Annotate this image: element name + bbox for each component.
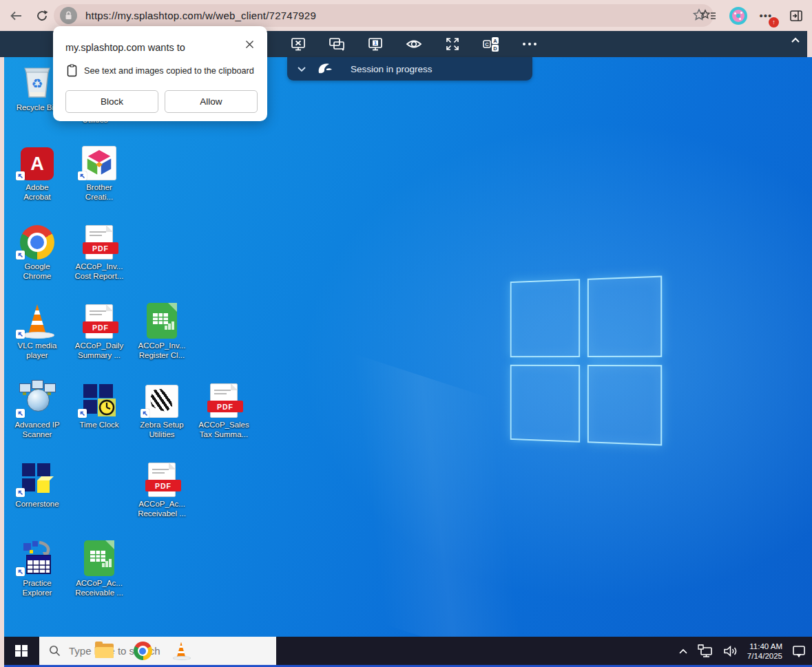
start-button[interactable] <box>4 637 39 665</box>
extension-avatar-icon[interactable] <box>729 7 747 25</box>
svg-text:1: 1 <box>374 40 377 46</box>
desktop-icon-advanced-ip-scanner[interactable]: Advanced IPScanner <box>6 378 68 439</box>
fullscreen-icon <box>444 36 461 52</box>
sidebar-toggle-button[interactable] <box>784 4 808 28</box>
desktop-icon-zebra-setup[interactable]: Zebra SetupUtilities <box>131 378 193 439</box>
desktop-icon-time-clock[interactable]: Time Clock <box>68 378 130 430</box>
icon-label: VLC mediaplayer <box>6 341 68 360</box>
icon-label: ACCoP_Ac...Receivable ... <box>68 578 130 597</box>
split-window-icon <box>789 10 803 22</box>
desktop-icon-pdf-cost-report[interactable]: PDF ACCoP_Inv...Cost Report... <box>68 220 130 281</box>
ctrl-alt-del-button[interactable]: C A D <box>482 35 500 53</box>
cad-keys-icon: C A D <box>482 36 500 52</box>
desktop-icon-google-chrome[interactable]: GoogleChrome <box>6 220 68 281</box>
system-tray: 11:40 AM 7/14/2025 <box>678 637 806 665</box>
close-icon <box>245 40 254 49</box>
speaker-icon <box>723 645 738 657</box>
allow-button[interactable]: Allow <box>165 90 258 113</box>
fullscreen-button[interactable] <box>444 35 461 53</box>
desktop-icon-cornerstone[interactable]: Cornerstone <box>6 457 68 509</box>
refresh-icon <box>36 10 48 22</box>
clipboard-permission-dialog: my.splashtop.com wants to See text and i… <box>53 26 267 121</box>
volume-tray-button[interactable] <box>723 637 738 665</box>
dialog-message: See text and images copied to the clipbo… <box>84 66 254 76</box>
icon-label: GoogleChrome <box>6 262 68 281</box>
tray-expand-button[interactable] <box>678 637 689 665</box>
desktop-icon-pdf-daily-summary[interactable]: PDF ACCoP_DailySummary ... <box>68 299 130 360</box>
ellipsis-icon <box>521 36 539 52</box>
collapse-toolbar-button[interactable] <box>789 35 802 47</box>
icon-label: Advanced IPScanner <box>6 420 68 439</box>
desktop-icon-pdf-receivable[interactable]: PDF ACCoP_Ac...Receivabel ... <box>131 457 193 518</box>
time-text: 11:40 AM <box>747 642 782 651</box>
desktop-icon-brother-creative[interactable]: BrotherCreati... <box>68 140 130 202</box>
refresh-button[interactable] <box>30 4 54 28</box>
practice-explorer-icon <box>20 540 54 576</box>
chevron-up-icon <box>678 647 689 655</box>
shortcut-arrow-icon <box>16 409 25 418</box>
date-text: 7/14/2025 <box>747 651 782 661</box>
taskbar-search[interactable] <box>39 637 276 665</box>
icon-label: Time Clock <box>68 420 130 430</box>
desktop-icon-pdf-sales-tax[interactable]: PDF ACCoP_SalesTax Summa... <box>193 378 255 439</box>
icon-label: PracticeExplorer <box>6 578 68 597</box>
svg-text:A: A <box>493 38 497 44</box>
desktop-icon-practice-explorer[interactable]: PracticeExplorer <box>6 536 68 597</box>
icon-label: Cornerstone <box>6 499 68 509</box>
view-options-button[interactable] <box>405 35 423 53</box>
shortcut-arrow-icon <box>16 251 25 260</box>
clock[interactable]: 11:40 AM 7/14/2025 <box>747 642 782 661</box>
svg-text:D: D <box>493 45 497 52</box>
monitor-select-button[interactable]: 1 <box>366 35 384 53</box>
shortcut-arrow-icon <box>16 171 25 180</box>
svg-text:♻: ♻ <box>31 76 43 91</box>
desktop-icon-adobe-acrobat[interactable]: A AdobeAcrobat <box>6 140 68 202</box>
screen: Utilities ♻ Recycle Bin A AdobeAcrobat <box>0 0 812 667</box>
shortcut-arrow-icon <box>78 171 87 180</box>
shortcut-arrow-icon <box>78 409 87 418</box>
desktop-icon-sheet-register[interactable]: ACCoP_Inv...Register Cl... <box>131 299 193 360</box>
dialog-close-button[interactable] <box>242 37 256 51</box>
dialog-title: my.splashtop.com wants to <box>65 42 185 53</box>
taskbar: 11:40 AM 7/14/2025 <box>4 637 812 665</box>
pdf-file-icon: PDF <box>85 225 113 260</box>
back-button[interactable] <box>4 4 28 28</box>
url-text: https://my.splashtop.com/w/web_client/72… <box>85 10 316 21</box>
shortcut-arrow-icon <box>140 409 149 418</box>
pdf-file-icon: PDF <box>210 383 238 418</box>
page-background-gap <box>807 31 812 57</box>
shortcut-arrow-icon <box>16 488 25 497</box>
splashtop-logo-icon <box>315 61 335 77</box>
vlc-icon <box>173 642 189 660</box>
zebra-icon <box>145 385 178 418</box>
chevron-up-icon <box>789 35 802 45</box>
switch-monitor-button[interactable] <box>328 35 346 53</box>
chevron-down-icon <box>297 65 306 72</box>
notification-icon <box>791 644 806 658</box>
icon-label: AdobeAcrobat <box>6 182 68 202</box>
desktop-icon-vlc[interactable]: VLC mediaplayer <box>6 299 68 360</box>
disconnect-session-button[interactable] <box>289 35 307 53</box>
monitor-number-icon: 1 <box>367 36 384 52</box>
spreadsheet-file-icon <box>84 540 114 576</box>
block-button[interactable]: Block <box>65 90 158 113</box>
back-arrow-icon <box>10 10 23 21</box>
spreadsheet-file-icon <box>147 303 177 339</box>
more-options-button[interactable] <box>521 35 539 53</box>
shortcut-arrow-icon <box>16 330 25 339</box>
site-info-button[interactable] <box>60 7 77 24</box>
session-status-bar[interactable]: Session in progress <box>287 57 532 81</box>
desktop-icon-sheet-receivable[interactable]: ACCoP_Ac...Receivable ... <box>68 536 130 597</box>
network-icon <box>698 644 714 658</box>
icon-label: Zebra SetupUtilities <box>131 420 193 439</box>
browser-menu-button[interactable]: ••• ↑ <box>757 7 775 25</box>
address-bar[interactable]: https://my.splashtop.com/w/web_client/72… <box>54 4 714 27</box>
lock-icon <box>65 11 72 20</box>
monitor-switch-icon <box>328 36 346 52</box>
network-tray-button[interactable] <box>698 637 714 665</box>
windows-wallpaper-logo <box>510 276 662 446</box>
action-center-button[interactable] <box>791 637 806 665</box>
favorites-list-icon <box>700 9 716 23</box>
windows-start-icon <box>15 645 28 657</box>
collections-button[interactable] <box>696 4 720 28</box>
